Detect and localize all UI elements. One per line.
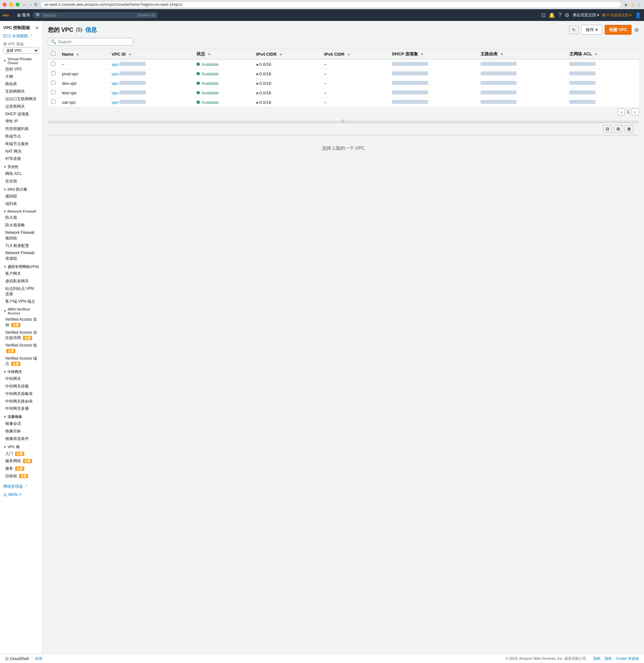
dhcp-link[interactable] xyxy=(392,81,428,86)
sidebar-item-lattice-service-networks[interactable]: 服务网络 全新 xyxy=(0,457,42,465)
row-vpc-id[interactable]: vpc- xyxy=(109,78,193,88)
row-dhcp[interactable] xyxy=(389,69,478,78)
services-btn[interactable]: ⊞ 服务 xyxy=(17,12,30,18)
sidebar-item-rule-groups[interactable]: 规则组 xyxy=(0,192,42,200)
sidebar-item-mirror-filters[interactable]: 镜像筛选条件 xyxy=(0,435,42,442)
sidebar-item-nat-gw[interactable]: NAT 网关 xyxy=(0,148,42,155)
sidebar-item-lattice-target-groups[interactable]: 目标组 全新 xyxy=(0,472,42,480)
sidebar-network-manager-link[interactable]: 网络管理器 ↗ xyxy=(0,482,42,491)
sidebar-ec2-global-link[interactable]: EC2 全局视图 ↗ xyxy=(0,32,42,40)
row-checkbox[interactable] xyxy=(51,71,55,75)
acl-link[interactable] xyxy=(569,81,596,86)
sidebar-item-firewall[interactable]: 防火墙 xyxy=(0,214,42,222)
vpc-filter-select[interactable]: 选择 VPC xyxy=(3,47,39,54)
row-checkbox[interactable] xyxy=(51,99,55,104)
sidebar-item-tgw-policy-tables[interactable]: 中转网关策略表 xyxy=(0,390,42,398)
browser-forward-btn[interactable]: → xyxy=(28,2,33,7)
row-route-table[interactable] xyxy=(477,88,566,98)
dhcp-link[interactable] xyxy=(392,90,428,95)
region-selector[interactable]: 弗吉尼亚北部 ▾ xyxy=(573,13,599,18)
th-name[interactable]: Name ▼ xyxy=(59,49,109,60)
row-vpc-id[interactable]: vpc- xyxy=(109,69,193,78)
th-ipv4-cidr[interactable]: IPv4 CIDR ▼ xyxy=(253,49,321,60)
vpc-id-link[interactable]: vpc- xyxy=(112,71,120,76)
refresh-btn[interactable]: ↻ xyxy=(569,26,579,34)
row-acl[interactable] xyxy=(566,88,639,98)
browser-back-btn[interactable]: ← xyxy=(22,2,27,7)
browser-refresh-btn[interactable]: ↻ xyxy=(34,2,38,7)
row-acl[interactable] xyxy=(566,69,639,78)
help-btn[interactable]: ? xyxy=(558,12,561,18)
route-table-link[interactable] xyxy=(481,62,516,67)
row-route-table[interactable] xyxy=(477,78,566,88)
pagination-next[interactable]: › xyxy=(631,109,639,115)
sidebar-item-egress-igw[interactable]: 仅出口互联网网关 xyxy=(0,95,42,103)
row-dhcp[interactable] xyxy=(389,98,478,107)
notifications-btn[interactable]: 🔔 xyxy=(549,12,555,18)
select-all-checkbox[interactable] xyxy=(51,51,55,56)
sidebar-item-lattice-services[interactable]: 服务 全新 xyxy=(0,465,42,472)
sidebar-item-nf-resource-groups[interactable]: Network Firewall 资源组 xyxy=(0,249,42,262)
row-vpc-id[interactable]: vpc- xyxy=(109,88,193,98)
sidebar-item-tgw[interactable]: 中转网关 xyxy=(0,375,42,383)
sidebar-item-carrier-gw[interactable]: 运营商网关 xyxy=(0,103,42,110)
sidebar-item-nf-rule-groups[interactable]: Network Firewall 规则组 xyxy=(0,229,42,242)
browser-address-bar[interactable]: us-east-1.console.aws.amazon.com/vpc/con… xyxy=(41,1,621,8)
row-route-table[interactable] xyxy=(477,69,566,78)
dhcp-link[interactable] xyxy=(392,100,428,105)
row-acl[interactable] xyxy=(566,59,639,69)
table-settings-icon[interactable]: ⚙ xyxy=(634,27,639,33)
vpc-id-link[interactable]: vpc- xyxy=(112,62,120,67)
th-ipv6-cidr[interactable]: IPv6 CIDR ▼ xyxy=(321,49,389,60)
th-status[interactable]: 状态 ▼ xyxy=(193,49,253,60)
route-table-link[interactable] xyxy=(481,100,516,105)
sidebar-item-virtual-private-gw[interactable]: 虚拟私有网关 xyxy=(0,277,42,285)
sidebar-item-customer-gw[interactable]: 客户网关 xyxy=(0,270,42,277)
cookie-link[interactable]: Cookie 首选项 xyxy=(616,656,639,661)
create-vpc-btn[interactable]: 创建 VPC xyxy=(605,25,631,35)
sidebar-item-fw-policy[interactable]: 防火墙策略 xyxy=(0,222,42,229)
row-dhcp[interactable] xyxy=(389,88,478,98)
global-search-input[interactable] xyxy=(43,13,136,18)
row-checkbox[interactable] xyxy=(51,62,55,66)
cloudshell-footer-btn[interactable]: ⊡ CloudShell xyxy=(5,657,29,661)
sidebar-item-va-trust-providers[interactable]: Verified Access 信任提供商 全新 xyxy=(0,329,42,342)
sidebar-item-va-endpoints[interactable]: Verified Access 端点 全新 xyxy=(0,355,42,368)
th-main-acl[interactable]: 主网络 ACL ▼ xyxy=(566,49,639,60)
actions-btn[interactable]: 操作 ▾ xyxy=(581,25,602,35)
account-menu[interactable]: 帐户:吴某某北部 ▾ xyxy=(602,13,631,18)
sidebar-item-igw[interactable]: 互联网网关 xyxy=(0,88,42,95)
sidebar-item-route-tables[interactable]: 路由表 xyxy=(0,80,42,88)
acl-link[interactable] xyxy=(569,62,596,67)
row-vpc-id[interactable]: vpc- xyxy=(109,98,193,107)
row-checkbox[interactable] xyxy=(51,81,55,85)
th-dhcp[interactable]: DHCP 选项集 ▼ xyxy=(389,49,478,60)
vpc-id-link[interactable]: vpc- xyxy=(112,81,120,86)
row-route-table[interactable] xyxy=(477,98,566,107)
sidebar-item-nacl[interactable]: 网络 ACL xyxy=(0,170,42,178)
sidebar-item-sg[interactable]: 安全组 xyxy=(0,178,42,185)
browser-menu-btn[interactable]: ⋮ xyxy=(637,2,641,7)
sidebar-item-site-vpn[interactable]: 站点到站点 VPN 连接 xyxy=(0,285,42,298)
sidebar-cloud-wan-link[interactable]: 云 WAN ↗ xyxy=(0,491,42,499)
vpc-id-link[interactable]: vpc- xyxy=(112,90,120,95)
sidebar-item-your-vpc[interactable]: 您的 VPC xyxy=(0,66,42,73)
sidebar-item-tgw-multicast[interactable]: 中转网关多播 xyxy=(0,405,42,412)
browser-close-btn[interactable] xyxy=(3,3,6,6)
dhcp-link[interactable] xyxy=(392,62,428,67)
route-table-link[interactable] xyxy=(481,90,516,95)
sidebar-item-tgw-route-tables[interactable]: 中转网关路由表 xyxy=(0,398,42,405)
row-checkbox[interactable] xyxy=(51,90,55,94)
sidebar-item-mirror-targets[interactable]: 镜像目标 xyxy=(0,428,42,435)
row-vpc-id[interactable]: vpc- xyxy=(109,59,193,69)
sidebar-item-mirror-sessions[interactable]: 镜像会话 xyxy=(0,420,42,428)
sidebar-item-client-vpn[interactable]: 客户端 VPN 端点 xyxy=(0,298,42,305)
acl-link[interactable] xyxy=(569,71,596,76)
user-icon[interactable]: 👤 xyxy=(635,12,641,18)
sidebar-item-domain-list[interactable]: 域列表 xyxy=(0,200,42,208)
row-acl[interactable] xyxy=(566,98,639,107)
th-main-rt[interactable]: 主路由表 ▼ xyxy=(477,49,566,60)
privacy-link[interactable]: 隐私 xyxy=(594,656,601,661)
browser-minimize-btn[interactable] xyxy=(9,3,13,6)
acl-link[interactable] xyxy=(569,90,596,95)
